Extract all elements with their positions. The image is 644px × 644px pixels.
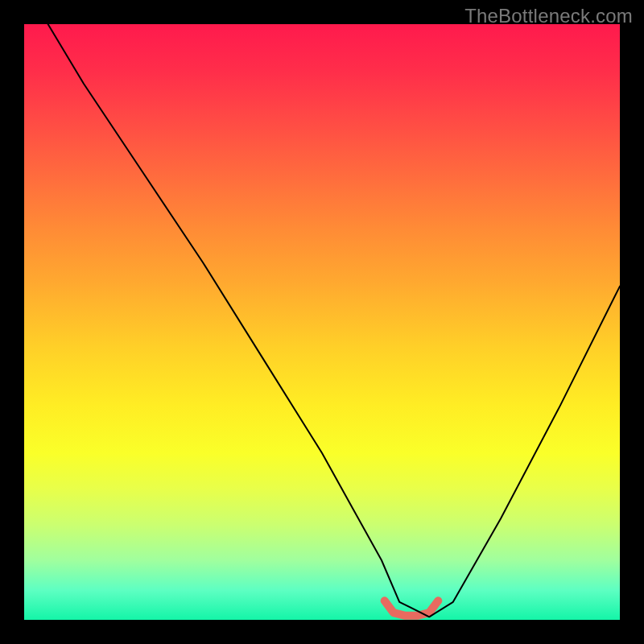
chart-svg — [24, 24, 620, 620]
plot-area — [24, 24, 620, 620]
watermark-text: TheBottleneck.com — [464, 5, 633, 27]
chart-frame: TheBottleneck.com — [0, 0, 644, 644]
series-bottleneck-curve — [48, 24, 620, 617]
